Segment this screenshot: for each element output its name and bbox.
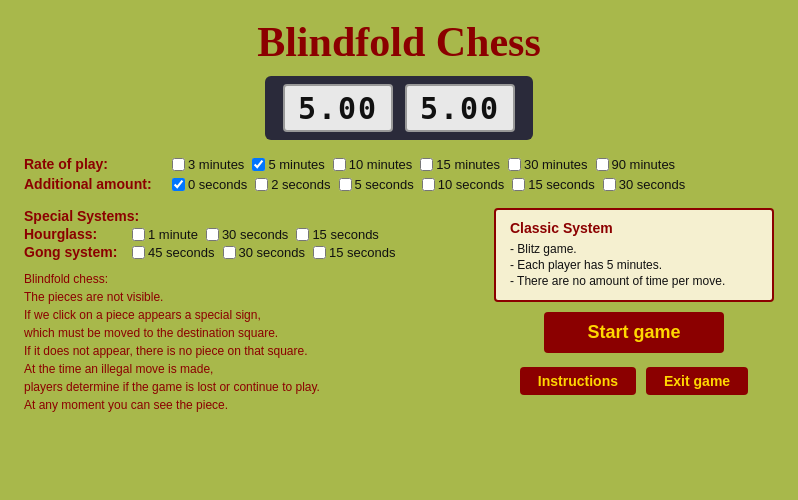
add-10sec-label: 10 seconds [438,177,505,192]
rate-5min-label: 5 minutes [268,157,324,172]
rate-10min-label: 10 minutes [349,157,413,172]
exit-game-button[interactable]: Exit game [646,367,748,395]
description-text: Blindfold chess: The pieces are not visi… [24,270,494,414]
left-bottom: Special Systems: Hourglass: 1 minute 30 … [24,208,494,414]
add-10sec-checkbox[interactable] [422,178,435,191]
classic-system-item-2: - Each player has 5 minutes. [510,258,758,272]
gong-45sec-checkbox[interactable] [132,246,145,259]
bottom-area: Special Systems: Hourglass: 1 minute 30 … [0,200,798,414]
clock-panel: 5.00 5.00 [265,76,533,140]
desc-line-3: If we click on a piece appears a special… [24,306,494,324]
desc-line-5: If it does not appear, there is no piece… [24,342,494,360]
rate-15min[interactable]: 15 minutes [420,157,500,172]
classic-system-title: Classic System [510,220,758,236]
gong-15sec-label: 15 seconds [329,245,396,260]
hourglass-1min[interactable]: 1 minute [132,227,198,242]
add-5sec-label: 5 seconds [355,177,414,192]
rate-3min[interactable]: 3 minutes [172,157,244,172]
rate-30min-label: 30 minutes [524,157,588,172]
desc-line-4: which must be moved to the destination s… [24,324,494,342]
rate-5min[interactable]: 5 minutes [252,157,324,172]
add-0sec-checkbox[interactable] [172,178,185,191]
gong-15sec-checkbox[interactable] [313,246,326,259]
add-2sec-checkbox[interactable] [255,178,268,191]
rate-of-play-label: Rate of play: [24,156,164,172]
add-30sec-label: 30 seconds [619,177,686,192]
desc-line-1: Blindfold chess: [24,270,494,288]
additional-amount-label: Additional amount: [24,176,164,192]
classic-system-item-1: - Blitz game. [510,242,758,256]
desc-line-7: players determine if the game is lost or… [24,378,494,396]
rate-3min-checkbox[interactable] [172,158,185,171]
rate-10min-checkbox[interactable] [333,158,346,171]
gong-15sec[interactable]: 15 seconds [313,245,396,260]
rate-3min-label: 3 minutes [188,157,244,172]
clock-right: 5.00 [405,84,515,132]
gong-30sec-label: 30 seconds [239,245,306,260]
add-2sec-label: 2 seconds [271,177,330,192]
add-2sec[interactable]: 2 seconds [255,177,330,192]
rate-90min-label: 90 minutes [612,157,676,172]
add-0sec[interactable]: 0 seconds [172,177,247,192]
add-30sec-checkbox[interactable] [603,178,616,191]
add-15sec[interactable]: 15 seconds [512,177,595,192]
rate-of-play-row: Rate of play: 3 minutes 5 minutes 10 min… [24,156,774,172]
desc-line-8: At any moment you can see the piece. [24,396,494,414]
rate-90min-checkbox[interactable] [596,158,609,171]
gong-system-label: Gong system: [24,244,124,260]
gong-30sec[interactable]: 30 seconds [223,245,306,260]
gong-30sec-checkbox[interactable] [223,246,236,259]
hourglass-row: Hourglass: 1 minute 30 seconds 15 second… [24,226,494,242]
add-0sec-label: 0 seconds [188,177,247,192]
rate-30min-checkbox[interactable] [508,158,521,171]
add-30sec[interactable]: 30 seconds [603,177,686,192]
hourglass-label: Hourglass: [24,226,124,242]
rate-30min[interactable]: 30 minutes [508,157,588,172]
rate-5min-checkbox[interactable] [252,158,265,171]
special-systems-title: Special Systems: [24,208,494,224]
gong-system-row: Gong system: 45 seconds 30 seconds 15 se… [24,244,494,260]
hourglass-30sec-checkbox[interactable] [206,228,219,241]
hourglass-30sec[interactable]: 30 seconds [206,227,289,242]
classic-system-box: Classic System - Blitz game. - Each play… [494,208,774,302]
hourglass-1min-checkbox[interactable] [132,228,145,241]
desc-line-6: At the time an illegal move is made, [24,360,494,378]
instructions-button[interactable]: Instructions [520,367,636,395]
add-15sec-label: 15 seconds [528,177,595,192]
hourglass-15sec-checkbox[interactable] [296,228,309,241]
add-5sec-checkbox[interactable] [339,178,352,191]
clock-container: 5.00 5.00 [0,76,798,140]
hourglass-1min-label: 1 minute [148,227,198,242]
page-title: Blindfold Chess [0,0,798,76]
add-15sec-checkbox[interactable] [512,178,525,191]
clock-left: 5.00 [283,84,393,132]
settings-area: Rate of play: 3 minutes 5 minutes 10 min… [0,152,798,200]
rate-15min-label: 15 minutes [436,157,500,172]
gong-45sec[interactable]: 45 seconds [132,245,215,260]
rate-90min[interactable]: 90 minutes [596,157,676,172]
rate-15min-checkbox[interactable] [420,158,433,171]
right-bottom: Classic System - Blitz game. - Each play… [494,208,774,414]
gong-45sec-label: 45 seconds [148,245,215,260]
start-game-button[interactable]: Start game [544,312,724,353]
classic-system-item-3: - There are no amount of time per move. [510,274,758,288]
hourglass-15sec-label: 15 seconds [312,227,379,242]
desc-line-2: The pieces are not visible. [24,288,494,306]
add-5sec[interactable]: 5 seconds [339,177,414,192]
add-10sec[interactable]: 10 seconds [422,177,505,192]
hourglass-30sec-label: 30 seconds [222,227,289,242]
rate-10min[interactable]: 10 minutes [333,157,413,172]
additional-amount-row: Additional amount: 0 seconds 2 seconds 5… [24,176,774,192]
hourglass-15sec[interactable]: 15 seconds [296,227,379,242]
